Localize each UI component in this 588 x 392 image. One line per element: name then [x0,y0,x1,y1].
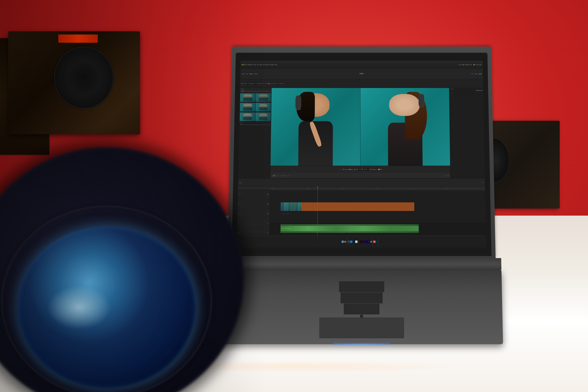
dynamic-tool[interactable]: ◈ [277,175,279,176]
key[interactable] [380,292,383,304]
go-to-end-right-btn[interactable]: ⏭ [380,169,382,170]
go-to-start-right-btn[interactable]: ⏮ [370,169,372,170]
key[interactable] [354,292,357,304]
menubar-timeline[interactable]: Timeline [259,64,262,65]
key[interactable] [355,282,358,292]
move-btn[interactable]: Move [471,74,474,74]
apple-menu[interactable]: ⌘ [245,64,247,66]
loop-icon[interactable]: ⟲ [339,169,340,170]
menubar-fusion[interactable]: Fusion [275,64,277,65]
menubar-playback[interactable]: Playback [271,64,274,65]
flag-tool[interactable]: ⚑ [284,175,286,176]
loop-tool[interactable]: ⟲ [288,175,289,176]
key[interactable] [360,292,363,304]
key[interactable] [347,304,350,314]
media-pool-tab[interactable]: Media Pool [241,74,245,74]
go-to-start-btn[interactable]: ⏮ [342,169,344,170]
menubar-clip[interactable]: Clip [263,64,265,65]
key[interactable] [373,292,376,304]
in-point-icon[interactable]: [ [340,169,340,170]
key[interactable] [344,292,347,304]
key[interactable] [376,304,379,314]
maximize-button[interactable] [244,64,245,65]
key[interactable] [375,282,378,292]
dock-acrobat[interactable]: Ac [348,240,350,243]
touchpad[interactable] [319,318,404,338]
fast-forward-right-btn[interactable]: ⏩ [378,169,380,170]
key[interactable] [352,282,355,292]
key[interactable] [362,282,365,292]
key[interactable] [347,292,350,304]
minimize-button[interactable] [243,64,243,65]
key[interactable] [371,282,375,292]
menubar-trim[interactable]: Trim [257,64,258,65]
key[interactable] [370,304,373,314]
next-frame-btn[interactable]: ▶ [354,169,356,170]
menubar-mark[interactable]: Mark [265,64,267,65]
media-thumb-1[interactable]: A006_ET0532_... [240,94,256,103]
key[interactable] [367,304,370,314]
marker-tool[interactable]: ◇ [286,175,288,176]
dock-affinity[interactable]: A [376,240,378,243]
dock-illustrator[interactable]: Ai [358,240,360,243]
53k-folder[interactable]: ▷ 5.3K [241,92,271,92]
menubar-workspace[interactable]: Workspace [465,64,469,65]
video-clip-v2[interactable] [281,202,414,211]
stop-btn[interactable]: ⏹ [348,169,350,170]
dock-lightroom[interactable]: Lr [355,240,358,243]
prev-frame-btn[interactable]: ◀ [344,169,346,170]
audio-tool[interactable]: ♪ [444,175,446,176]
key[interactable] [376,292,379,304]
dock-spotify[interactable]: ♪ [370,241,372,242]
sound-library-tab[interactable]: Sound Library [253,74,258,74]
key[interactable] [373,304,376,314]
menubar-file[interactable]: File [252,64,254,65]
menubar-edit[interactable]: Edit [255,64,256,65]
media-thumb-2[interactable]: A006_ET0532_... [256,94,271,103]
key[interactable] [341,292,344,304]
key[interactable] [350,292,353,304]
fx-tool[interactable]: FX [446,175,448,176]
key[interactable] [357,304,360,314]
dock-bridge[interactable]: Br [350,240,353,243]
dock-trash[interactable]: 🗑 [379,240,382,243]
key[interactable] [368,282,371,292]
timeline-zoom-out[interactable]: − [481,182,482,183]
dock-photoshop[interactable]: Ps [353,240,355,243]
key[interactable] [342,282,345,292]
key[interactable] [370,292,373,304]
dock-finder[interactable]: ☺ [341,240,344,243]
inspector-btn[interactable]: Inspector [478,74,482,74]
close-button[interactable] [241,64,242,65]
key[interactable] [344,304,347,314]
link-tool[interactable]: ⊟ [282,175,284,176]
media-thumb-3[interactable]: A006_ET0533_... [240,103,255,112]
dock-premiere[interactable]: Pr [363,240,365,243]
menubar-view[interactable]: View [268,64,270,65]
play-forward-right-btn[interactable]: ▶ [374,169,376,170]
key[interactable] [350,304,353,314]
play-forward-btn[interactable]: ▷▷ [352,169,354,170]
key[interactable] [360,304,363,314]
key[interactable] [378,282,381,292]
key[interactable] [365,282,368,292]
key[interactable] [363,304,366,314]
key[interactable] [358,282,361,292]
audio-clip-a1[interactable]: AF7.1_ET021457_CF4_20000x10000(0).jpg [280,224,419,233]
key[interactable] [363,292,366,304]
key[interactable] [349,282,352,292]
dock-launchpad[interactable] [344,240,346,243]
dock-mediaencoder[interactable]: Me [368,240,370,243]
dock-davinci[interactable]: DR [373,240,376,243]
timeline-zoom-bar[interactable]: ━━━━━ [482,182,484,183]
key[interactable] [346,282,349,292]
prev-frame-right-btn[interactable]: ◀ [372,169,374,170]
timeline-zoom-in[interactable]: + [484,182,484,183]
effects-tab[interactable]: Effects [246,74,249,74]
key[interactable] [354,304,357,314]
dock-indesign[interactable]: Id [360,240,363,243]
edit-index-tab[interactable]: Edit Index [249,74,253,74]
key[interactable] [381,282,384,292]
snap-tool[interactable]: ⊡ [280,175,282,176]
menubar-app[interactable]: BEYONDA [248,64,252,65]
